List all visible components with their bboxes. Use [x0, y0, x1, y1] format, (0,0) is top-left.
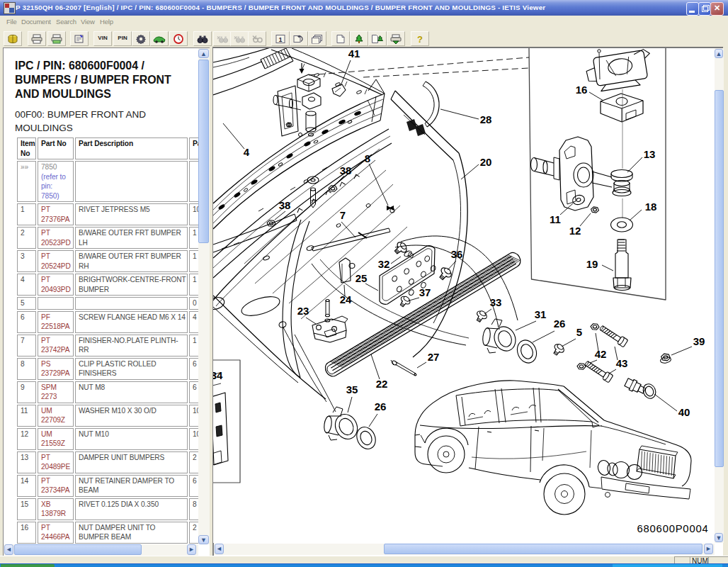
svg-text:32: 32 [378, 258, 390, 270]
svg-text:27: 27 [428, 351, 440, 363]
svg-text:38: 38 [279, 199, 291, 211]
svg-text:34: 34 [213, 369, 223, 381]
svg-text:33: 33 [490, 296, 502, 308]
svg-text:19: 19 [586, 258, 598, 270]
svg-text:4: 4 [244, 146, 250, 158]
svg-text:35: 35 [346, 383, 358, 395]
svg-text:41: 41 [348, 48, 360, 60]
svg-text:18: 18 [645, 201, 657, 213]
svg-text:16: 16 [576, 84, 588, 96]
svg-text:13: 13 [644, 148, 656, 160]
svg-text:26: 26 [554, 318, 566, 330]
svg-text:37: 37 [419, 286, 431, 298]
svg-text:39: 39 [693, 335, 705, 347]
svg-text:25: 25 [356, 272, 368, 284]
svg-text:20: 20 [480, 156, 492, 168]
svg-text:7: 7 [340, 209, 346, 221]
svg-text:22: 22 [376, 378, 388, 390]
svg-text:?: ? [417, 34, 423, 44]
svg-text:40: 40 [678, 406, 690, 418]
svg-text:42: 42 [595, 348, 607, 360]
svg-text:24: 24 [340, 293, 352, 305]
svg-text:26: 26 [375, 400, 387, 412]
svg-text:23: 23 [297, 305, 309, 317]
svg-text:31: 31 [535, 308, 547, 320]
svg-text:28: 28 [480, 113, 492, 125]
svg-text:43: 43 [616, 357, 628, 369]
svg-text:1: 1 [278, 35, 282, 43]
svg-text:12: 12 [569, 225, 581, 237]
svg-text:11: 11 [550, 213, 561, 225]
svg-text:5: 5 [576, 326, 582, 338]
svg-text:680600P0004: 680600P0004 [637, 523, 709, 534]
